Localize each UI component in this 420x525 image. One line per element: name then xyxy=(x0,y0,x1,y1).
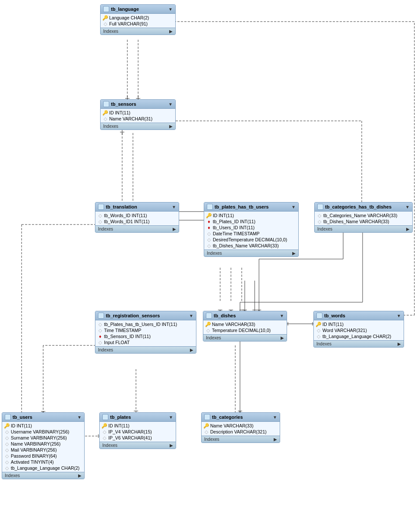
field-text: ID INT(11) xyxy=(322,322,344,327)
table-tb-categories-has-tb-dishes[interactable]: tb_categories_has_tb_dishes ▼ ◇ tb_Categ… xyxy=(314,202,413,233)
indexes-arrow: ▶ xyxy=(292,251,296,256)
diamond-icon: ◇ xyxy=(5,430,9,434)
field-text: Name VARBINARY(256) xyxy=(11,441,60,446)
indexes-label: Indexes xyxy=(103,29,118,34)
field-row: 🔑 Name VARCHAR(33) xyxy=(202,423,280,429)
indexes-arrow: ▶ xyxy=(169,124,173,129)
table-header-tb-sensors[interactable]: tb_sensors ▼ xyxy=(101,100,175,109)
indexes-tb-sensors[interactable]: Indexes ▶ xyxy=(101,123,175,130)
dropdown-arrow-tb-sensors[interactable]: ▼ xyxy=(168,102,173,107)
diamond-icon: ◇ xyxy=(102,430,107,434)
fields-tb-translation: ◇ tb_Words_ID INT(11) ◇ tb_Words_ID1 INT… xyxy=(95,212,179,225)
table-header-tb-plates[interactable]: tb_plates ▼ xyxy=(100,413,176,422)
table-header-tb-dishes[interactable]: tb_dishes ▼ xyxy=(203,311,287,320)
fields: 🔑 Name VARCHAR(33) ◇ Temperature DECIMAL… xyxy=(203,320,287,334)
pk-icon: 🔑 xyxy=(5,424,9,428)
field-row: ◇ Input FLOAT xyxy=(95,339,196,345)
field-row: ◇ Username VARBINARY(256) xyxy=(2,429,84,435)
dropdown-arrow[interactable]: ▼ xyxy=(397,313,401,318)
table-name-tb-language: tb_language xyxy=(111,6,139,12)
field-text: Description VARCHAR(321) xyxy=(210,429,267,434)
fields: 🔑 Name VARCHAR(33) ◇ Description VARCHAR… xyxy=(202,422,280,436)
indexes-arrow: ▶ xyxy=(281,335,284,340)
field-text: Username VARBINARY(256) xyxy=(11,429,69,434)
field-row: ◇ Full VARCHAR(91) xyxy=(101,21,175,27)
table-tb-translation[interactable]: tb_translation ▼ ◇ tb_Words_ID INT(11) ◇… xyxy=(95,202,179,233)
table-header-tb-plates-has-tb-users[interactable]: tb_plates_has_tb_users ▼ xyxy=(204,202,298,212)
indexes[interactable]: Indexes ▶ xyxy=(315,225,412,232)
indexes-arrow: ▶ xyxy=(274,437,277,442)
indexes[interactable]: Indexes ▶ xyxy=(100,442,176,449)
dropdown-arrow[interactable]: ▼ xyxy=(405,205,410,209)
field-row: ◇ IP_V4 VARCHAR(15) xyxy=(100,429,176,435)
table-tb-plates-has-tb-users[interactable]: tb_plates_has_tb_users ▼ 🔑 ID INT(11) ♦ … xyxy=(204,202,299,257)
table-tb-plates[interactable]: tb_plates ▼ 🔑 ID INT(11) ◇ IP_V4 VARCHAR… xyxy=(99,412,176,449)
indexes[interactable]: Indexes ▶ xyxy=(314,340,404,347)
dropdown-arrow[interactable]: ▼ xyxy=(77,415,82,420)
table-tb-language[interactable]: tb_language ▼ 🔑 Language CHAR(2) ◇ Full … xyxy=(100,4,176,35)
dropdown-arrow[interactable]: ▼ xyxy=(189,313,193,318)
field-row: ◇ Name VARCHAR(31) xyxy=(101,116,175,122)
indexes-label: Indexes xyxy=(204,437,219,442)
field-text: Activated TINYINT(4) xyxy=(11,459,54,465)
diamond-icon: ◇ xyxy=(5,454,9,458)
field-row: ◇ tb_Dishes_Name VARCHAR(33) xyxy=(204,243,298,249)
dropdown-arrow[interactable]: ▼ xyxy=(291,205,296,209)
dropdown-arrow-tb-translation[interactable]: ▼ xyxy=(172,205,176,209)
indexes[interactable]: Indexes ▶ xyxy=(2,472,84,479)
fk-icon: ♦ xyxy=(98,334,102,338)
table-header-tb-registration-sensors[interactable]: tb_registration_sensors ▼ xyxy=(95,311,196,320)
indexes[interactable]: Indexes ▶ xyxy=(95,346,196,353)
dropdown-arrow[interactable]: ▼ xyxy=(273,415,277,420)
field-row: 🔑 ID INT(11) xyxy=(100,423,176,429)
indexes-tb-translation[interactable]: Indexes ▶ xyxy=(95,225,179,232)
indexes-tb-language[interactable]: Indexes ▶ xyxy=(101,28,175,35)
table-header-tb-categories-has-tb-dishes[interactable]: tb_categories_has_tb_dishes ▼ xyxy=(315,202,412,212)
table-tb-categories[interactable]: tb_categories ▼ 🔑 Name VARCHAR(33) ◇ Des… xyxy=(201,412,280,443)
dropdown-arrow-tb-language[interactable]: ▼ xyxy=(168,7,173,12)
field-text: DesiredTemperature DECIMAL(10,0) xyxy=(213,237,287,242)
field-row: ◇ Temperature DECIMAL(10,0) xyxy=(203,327,287,333)
field-text: tb_Users_ID INT(11) xyxy=(213,225,255,230)
table-tb-dishes[interactable]: tb_dishes ▼ 🔑 Name VARCHAR(33) ◇ Tempera… xyxy=(203,311,287,342)
field-row: ◇ tb_Language_Language CHAR(2) xyxy=(314,333,404,339)
field-text: ID INT(11) xyxy=(108,423,129,428)
table-header-tb-categories[interactable]: tb_categories ▼ xyxy=(202,413,280,422)
table-header-tb-translation[interactable]: tb_translation ▼ xyxy=(95,202,179,212)
indexes[interactable]: Indexes ▶ xyxy=(204,250,298,256)
field-text: tb_Sensors_ID INT(11) xyxy=(104,334,151,339)
table-name: tb_plates_has_tb_users xyxy=(215,204,268,209)
table-header-tb-language[interactable]: tb_language ▼ xyxy=(101,5,175,14)
table-name-tb-translation: tb_translation xyxy=(106,204,137,209)
field-row: ♦ tb_Sensors_ID INT(11) xyxy=(95,333,196,339)
diamond-icon: ◇ xyxy=(98,213,102,218)
table-icon xyxy=(206,313,212,319)
field-row: ◇ Description VARCHAR(321) xyxy=(202,429,280,435)
diamond-icon: ◇ xyxy=(102,436,107,440)
field-row: ◇ Name VARBINARY(256) xyxy=(2,441,84,447)
field-text: Mail VARBINARY(256) xyxy=(11,447,57,452)
dropdown-arrow[interactable]: ▼ xyxy=(169,415,173,420)
field-row: ◇ IP_V6 VARCHAR(41) xyxy=(100,435,176,441)
table-header-tb-users[interactable]: tb_users ▼ xyxy=(2,413,84,422)
dropdown-arrow[interactable]: ▼ xyxy=(280,313,284,318)
table-header-tb-words[interactable]: tb_words ▼ xyxy=(314,311,404,320)
indexes[interactable]: Indexes ▶ xyxy=(202,436,280,443)
diamond-icon: ◇ xyxy=(5,466,9,470)
table-tb-registration-sensors[interactable]: tb_registration_sensors ▼ ◇ tb_Plates_ha… xyxy=(95,311,196,354)
table-tb-words[interactable]: tb_words ▼ 🔑 ID INT(11) ◇ Word VARCHAR(3… xyxy=(313,311,404,348)
table-icon xyxy=(207,204,213,210)
field-text: Language CHAR(2) xyxy=(109,15,149,20)
field-text: Name VARCHAR(33) xyxy=(212,322,255,327)
field-row: ◇ tb_Categories_Name VARCHAR(33) xyxy=(315,212,412,218)
fk-icon: ♦ xyxy=(207,219,211,224)
table-name-tb-sensors: tb_sensors xyxy=(111,101,136,107)
table-tb-users[interactable]: tb_users ▼ 🔑 ID INT(11) ◇ Username VARBI… xyxy=(2,412,85,479)
table-tb-sensors[interactable]: tb_sensors ▼ 🔑 ID INT(11) ◇ Name VARCHAR… xyxy=(100,99,176,130)
fields: ◇ tb_Plates_has_tb_Users_ID INT(11) ◇ Ti… xyxy=(95,320,196,346)
pk-icon: 🔑 xyxy=(103,111,107,115)
indexes-label: Indexes xyxy=(206,335,221,340)
indexes[interactable]: Indexes ▶ xyxy=(203,334,287,341)
field-text: ID INT(11) xyxy=(213,213,234,218)
field-text: ID INT(11) xyxy=(11,423,32,428)
